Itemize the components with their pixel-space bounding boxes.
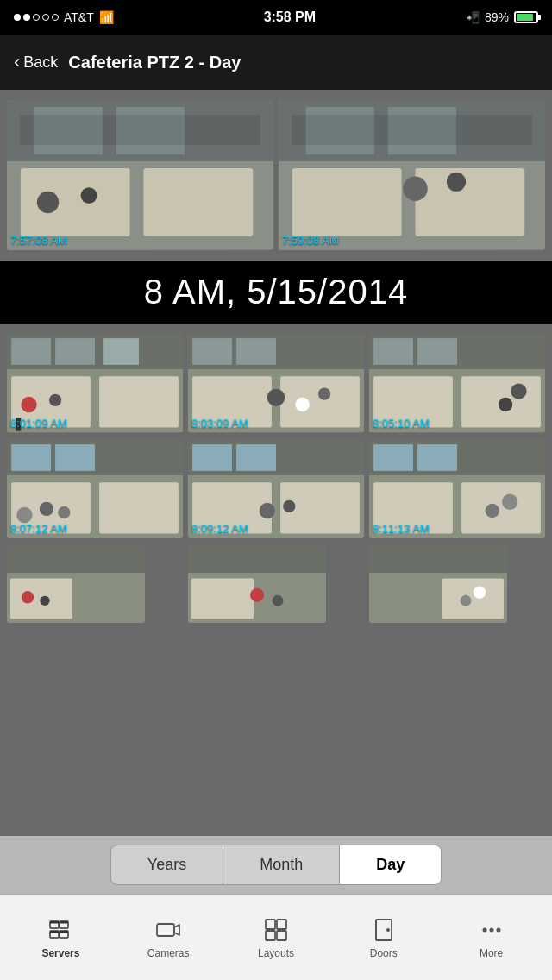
battery-icon xyxy=(514,11,538,23)
svg-rect-46 xyxy=(55,444,95,471)
svg-point-76 xyxy=(250,588,264,602)
svg-point-50 xyxy=(40,501,53,515)
thumb-item[interactable]: 8:09:12 AM xyxy=(188,440,364,539)
svg-rect-84 xyxy=(50,921,59,924)
svg-point-98 xyxy=(386,928,390,932)
nav-title: Cafeteria PTZ 2 - Day xyxy=(68,53,241,72)
svg-point-81 xyxy=(474,587,486,599)
timestamp: 8:09:12 AM xyxy=(191,522,248,535)
doors-label: Doors xyxy=(370,947,398,959)
cameras-label: Cameras xyxy=(147,947,190,959)
years-button[interactable]: Years xyxy=(111,845,223,884)
svg-rect-38 xyxy=(417,338,457,365)
svg-rect-95 xyxy=(266,931,275,940)
svg-rect-62 xyxy=(373,444,413,471)
thumb-item[interactable]: 7:57:08 AM xyxy=(7,100,273,250)
wifi-icon: 📶 xyxy=(99,10,114,24)
svg-rect-79 xyxy=(369,545,507,573)
svg-point-23 xyxy=(21,397,36,412)
svg-point-77 xyxy=(273,595,284,606)
battery-percentage: 89% xyxy=(485,10,509,24)
thumb-item[interactable]: 8:11:13 AM xyxy=(369,440,545,539)
svg-rect-13 xyxy=(388,107,456,154)
carrier-label: AT&T xyxy=(64,10,94,24)
svg-rect-29 xyxy=(236,338,276,365)
svg-rect-18 xyxy=(11,338,51,365)
svg-rect-54 xyxy=(192,444,232,471)
svg-rect-37 xyxy=(373,338,413,365)
svg-rect-65 xyxy=(461,482,541,533)
timestamp: 8:05:10 AM xyxy=(373,417,430,430)
thumb-item[interactable] xyxy=(7,545,145,623)
svg-rect-45 xyxy=(11,444,51,471)
timestamp: 7:59:08 AM xyxy=(282,234,339,247)
thumb-item[interactable]: 8:07:12 AM xyxy=(7,440,183,539)
thumb-item[interactable]: 8:03:09 AM xyxy=(188,334,364,433)
svg-rect-2 xyxy=(143,168,253,236)
svg-point-51 xyxy=(58,506,70,518)
svg-point-14 xyxy=(403,176,428,200)
svg-point-101 xyxy=(489,927,493,932)
nav-bar: ‹ Back Cafeteria PTZ 2 - Day xyxy=(0,35,552,90)
status-time: 3:58 PM xyxy=(264,9,316,25)
svg-rect-4 xyxy=(34,107,103,154)
thumb-item[interactable]: 8:05:10 AM xyxy=(369,334,545,433)
timestamp: 8:01:09 AM xyxy=(10,417,67,430)
layouts-icon xyxy=(262,916,290,944)
bluetooth-icon: 📲 xyxy=(466,11,480,24)
tab-item-servers[interactable]: Servers xyxy=(7,916,115,959)
tab-bar: Servers Cameras Layouts Doors xyxy=(0,894,552,980)
back-label: Back xyxy=(23,53,58,72)
battery-fill xyxy=(517,14,533,21)
svg-rect-74 xyxy=(188,545,326,573)
svg-point-6 xyxy=(37,192,59,213)
day-button[interactable]: Day xyxy=(340,845,441,884)
thumb-item[interactable] xyxy=(188,545,326,623)
back-chevron-icon: ‹ xyxy=(14,51,20,73)
back-button[interactable]: ‹ Back xyxy=(14,51,58,73)
month-button[interactable]: Month xyxy=(223,845,340,884)
svg-rect-28 xyxy=(192,338,232,365)
thumb-grid-row2: 8:07:12 AM 8:09:12 AM xyxy=(7,437,545,543)
doors-icon xyxy=(370,916,398,944)
thumb-item[interactable]: 7:59:08 AM xyxy=(279,100,545,250)
svg-rect-80 xyxy=(442,579,504,619)
thumb-grid-row1: 8:01:09 AM 8:03:09 AM xyxy=(7,330,545,437)
svg-rect-19 xyxy=(55,338,95,365)
thumb-item[interactable] xyxy=(369,545,507,623)
tab-item-layouts[interactable]: Layouts xyxy=(223,916,330,959)
status-left: AT&T 📶 xyxy=(14,10,114,24)
svg-point-66 xyxy=(502,493,518,509)
tab-item-doors[interactable]: Doors xyxy=(329,916,437,959)
svg-rect-69 xyxy=(7,545,145,573)
svg-point-72 xyxy=(40,596,49,606)
svg-marker-92 xyxy=(174,925,179,935)
thumb-item[interactable]: 8:01:09 AM xyxy=(7,334,183,433)
timestamp: 7:57:08 AM xyxy=(10,234,67,247)
more-icon xyxy=(478,916,505,944)
servers-icon xyxy=(47,916,74,944)
svg-point-7 xyxy=(81,187,97,204)
svg-point-82 xyxy=(461,595,472,606)
status-bar: AT&T 📶 3:58 PM 📲 89% xyxy=(0,0,552,35)
svg-point-71 xyxy=(22,591,34,603)
svg-rect-10 xyxy=(415,168,524,236)
timestamp: 8:07:12 AM xyxy=(10,522,67,535)
svg-rect-94 xyxy=(277,920,286,929)
section-header: 8 AM, 5/15/2014 xyxy=(0,261,552,324)
tab-item-more[interactable]: More xyxy=(437,916,545,959)
tab-item-cameras[interactable]: Cameras xyxy=(115,916,223,959)
svg-rect-48 xyxy=(99,482,179,533)
svg-point-42 xyxy=(499,398,512,411)
svg-rect-9 xyxy=(292,168,402,236)
svg-point-33 xyxy=(295,398,309,411)
svg-rect-63 xyxy=(417,444,457,471)
svg-rect-96 xyxy=(277,931,286,940)
svg-rect-90 xyxy=(60,931,68,933)
svg-rect-31 xyxy=(280,376,360,427)
svg-rect-22 xyxy=(99,376,179,427)
svg-point-15 xyxy=(447,173,466,192)
main-content: 7:57:08 AM 7:59:08 AM xyxy=(0,90,552,728)
svg-point-58 xyxy=(260,502,275,518)
svg-point-24 xyxy=(49,393,61,405)
